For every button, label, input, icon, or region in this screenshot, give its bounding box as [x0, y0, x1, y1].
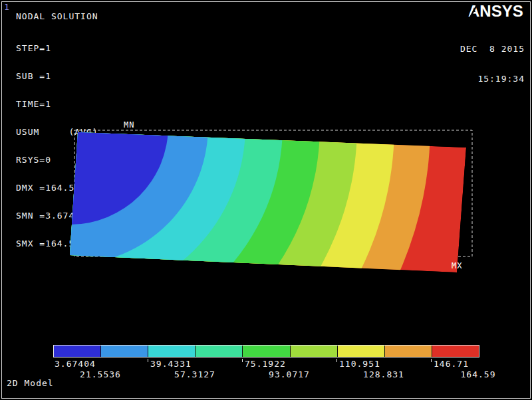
ansys-graphics-window: 1 NODAL SOLUTION STEP=1 SUB =1 TIME=1 US… — [0, 0, 532, 400]
legend-swatch-1 — [54, 346, 101, 357]
legend-value-1: 3.67404 — [55, 359, 96, 369]
legend-value-3: 39.4331 — [150, 359, 192, 369]
legend-swatch-6 — [291, 346, 338, 357]
legend-value-6: 93.0717 — [269, 369, 310, 379]
legend-tick — [336, 359, 337, 362]
legend-value-5: 75.1922 — [245, 359, 286, 369]
legend-swatch-8 — [385, 346, 432, 357]
legend-value-4: 57.3127 — [174, 369, 215, 379]
min-marker: MN — [124, 120, 134, 130]
legend-swatch-3 — [148, 346, 196, 357]
contour-plot[interactable] — [0, 0, 532, 400]
legend-bar — [53, 345, 479, 357]
legend-value-7: 110.951 — [339, 359, 380, 369]
deformed-model — [0, 0, 466, 400]
legend-value-8: 128.831 — [363, 369, 404, 379]
legend-swatch-9 — [432, 346, 479, 357]
legend-swatch-4 — [196, 346, 243, 357]
model-label: 2D Model — [7, 378, 54, 388]
legend-value-2: 21.5536 — [80, 369, 121, 379]
legend-swatch-5 — [243, 346, 290, 357]
legend-value-9: 146.71 — [434, 359, 469, 369]
legend-value-10: 164.59 — [461, 369, 496, 379]
max-marker: MX — [452, 261, 462, 270]
legend-tick — [242, 359, 243, 362]
legend-swatch-2 — [101, 346, 148, 357]
legend-tick — [148, 359, 148, 362]
legend-swatch-7 — [338, 346, 385, 357]
legend-tick — [431, 359, 432, 362]
